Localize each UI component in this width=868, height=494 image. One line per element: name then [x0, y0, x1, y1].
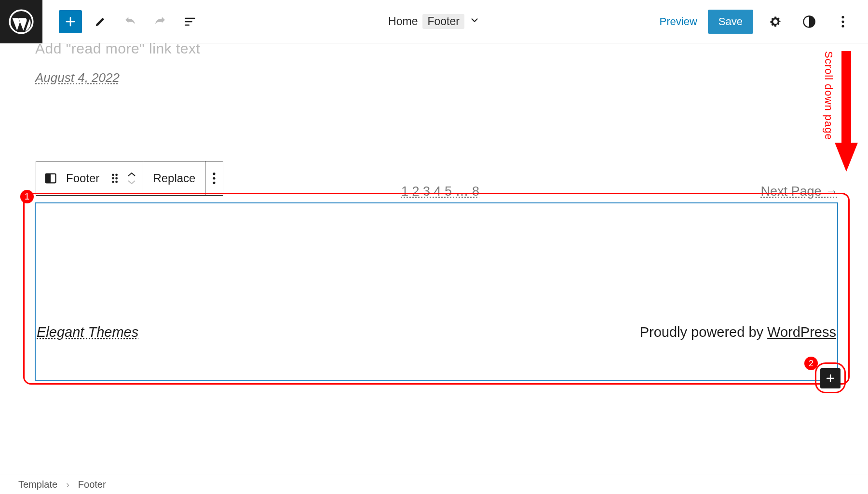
svg-point-8	[116, 174, 118, 176]
edit-tool-button[interactable]	[89, 10, 112, 33]
footer-content-row: Elegant Themes Proudly powered by WordPr…	[37, 324, 836, 340]
toolbar-right-group: Preview Save	[660, 10, 868, 34]
annotation-badge-1: 1	[20, 190, 34, 203]
block-type-segment[interactable]: Footer	[36, 161, 143, 195]
move-up-down[interactable]	[127, 172, 136, 185]
breadcrumb: Template › Footer	[0, 475, 868, 494]
toolbar-left-group	[42, 10, 202, 33]
save-button[interactable]: Save	[708, 10, 753, 34]
svg-point-14	[213, 177, 216, 179]
annotation-badge-2: 2	[804, 357, 818, 370]
svg-point-4	[841, 25, 844, 27]
template-part-pill: Footer	[422, 14, 464, 29]
svg-rect-16	[841, 51, 851, 145]
readmore-placeholder[interactable]: Add "read more" link text	[35, 40, 200, 57]
svg-point-13	[213, 173, 216, 175]
drag-handle-icon[interactable]	[107, 171, 122, 186]
svg-point-7	[112, 174, 114, 176]
block-toolbar: Footer Replace	[36, 161, 223, 196]
editor-toolbar: Home Footer Preview Save	[0, 0, 868, 43]
annotation-scroll-text: Scroll down page	[822, 51, 835, 140]
post-date[interactable]: August 4, 2022	[35, 70, 120, 85]
arrow-down-icon	[835, 51, 858, 172]
svg-point-9	[112, 177, 114, 180]
footer-template-part[interactable]: Elegant Themes Proudly powered by WordPr…	[35, 202, 838, 381]
wordpress-logo[interactable]	[0, 0, 42, 43]
replace-label: Replace	[150, 172, 198, 185]
breadcrumb-root[interactable]: Template	[18, 479, 57, 490]
wordpress-credit: Proudly powered by WordPress	[640, 324, 836, 340]
annotation-scroll-arrow: Scroll down page	[822, 51, 858, 172]
wordpress-link[interactable]: WordPress	[767, 324, 836, 340]
breadcrumb-separator: ›	[66, 479, 69, 490]
replace-segment[interactable]: Replace	[143, 161, 205, 195]
block-more-options[interactable]	[205, 161, 223, 195]
editor-canvas: Add "read more" link text August 4, 2022…	[0, 43, 868, 475]
insert-block-button[interactable]	[59, 10, 82, 33]
svg-point-10	[116, 177, 118, 180]
document-title[interactable]: Home Footer	[388, 14, 480, 29]
list-view-button[interactable]	[178, 10, 202, 33]
site-title-link[interactable]: Elegant Themes	[37, 324, 138, 340]
redo-button[interactable]	[149, 10, 172, 33]
svg-point-15	[213, 182, 216, 184]
svg-point-2	[841, 16, 844, 18]
block-type-label: Footer	[63, 172, 102, 185]
settings-button[interactable]	[764, 10, 787, 33]
styles-button[interactable]	[798, 10, 821, 33]
preview-button[interactable]: Preview	[660, 15, 697, 28]
add-block-button[interactable]	[820, 368, 841, 388]
more-options-button[interactable]	[831, 10, 854, 33]
chevron-down-icon[interactable]	[469, 15, 480, 28]
undo-button[interactable]	[119, 10, 142, 33]
svg-point-11	[112, 181, 114, 183]
svg-point-3	[841, 20, 844, 23]
svg-point-12	[116, 181, 118, 183]
breadcrumb-current[interactable]: Footer	[78, 479, 106, 490]
home-label: Home	[388, 15, 418, 28]
template-part-icon	[43, 171, 58, 186]
svg-rect-6	[46, 174, 51, 183]
